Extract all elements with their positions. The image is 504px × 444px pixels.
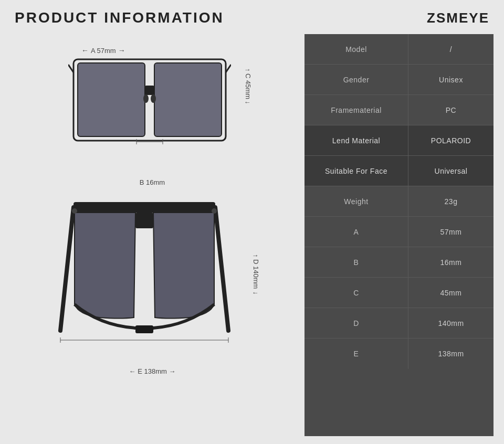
glasses-front-svg bbox=[68, 57, 231, 159]
spec-label-8: C bbox=[304, 278, 408, 308]
dimension-e-label: ← E 138mm → bbox=[129, 367, 176, 375]
header: PRODUCT INFORMATION ZSMEYE bbox=[0, 0, 504, 31]
spec-value-7: 16mm bbox=[408, 247, 494, 277]
glasses-front-diagram: ← A 57mm → bbox=[52, 42, 252, 189]
svg-point-15 bbox=[212, 208, 217, 214]
spec-label-6: A bbox=[304, 217, 408, 247]
a-value: A 57mm bbox=[91, 47, 116, 55]
spec-value-0: / bbox=[408, 34, 494, 64]
spec-value-4: Universal bbox=[408, 156, 494, 186]
svg-rect-12 bbox=[135, 213, 153, 228]
spec-label-7: B bbox=[304, 247, 408, 277]
spec-row-0: Model/ bbox=[304, 34, 494, 65]
spec-value-3: POLAROID bbox=[408, 125, 494, 155]
spec-value-9: 140mm bbox=[408, 308, 494, 338]
spec-label-5: Weight bbox=[304, 186, 408, 216]
spec-label-9: D bbox=[304, 308, 408, 338]
dimension-a-label: ← A 57mm → bbox=[81, 46, 125, 55]
dimension-b-label: B 16mm bbox=[140, 178, 165, 186]
spec-row-4: Suitable For FaceUniversal bbox=[304, 156, 494, 186]
d-value: D 140mm bbox=[252, 259, 260, 289]
glasses-top-svg bbox=[58, 199, 231, 346]
brand-name: ZSMEYE bbox=[427, 10, 489, 26]
svg-rect-13 bbox=[135, 325, 153, 333]
svg-point-5 bbox=[151, 94, 156, 103]
spec-label-1: Gender bbox=[304, 65, 408, 94]
spec-row-3: Lend MaterialPOLAROID bbox=[304, 125, 494, 156]
svg-rect-11 bbox=[74, 202, 215, 213]
diagram-area: ← A 57mm → bbox=[10, 31, 294, 436]
page-title: PRODUCT INFORMATION bbox=[15, 9, 224, 26]
e-value: E 138mm bbox=[138, 367, 167, 375]
spec-row-6: A57mm bbox=[304, 217, 494, 247]
spec-value-1: Unisex bbox=[408, 65, 494, 94]
page: PRODUCT INFORMATION ZSMEYE ← A 57mm → bbox=[0, 0, 504, 444]
info-table: Model/GenderUnisexFramematerialPCLend Ma… bbox=[304, 34, 494, 436]
svg-point-4 bbox=[143, 94, 149, 103]
svg-rect-1 bbox=[78, 63, 145, 136]
svg-point-14 bbox=[72, 208, 77, 214]
svg-rect-2 bbox=[154, 63, 222, 136]
glasses-top-diagram: ↑ D 140mm ↓ ← E 138mm → bbox=[47, 197, 257, 375]
spec-row-1: GenderUnisex bbox=[304, 65, 494, 95]
spec-value-2: PC bbox=[408, 95, 494, 125]
spec-value-8: 45mm bbox=[408, 278, 494, 308]
spec-row-8: C45mm bbox=[304, 278, 494, 308]
spec-row-10: E138mm bbox=[304, 339, 494, 369]
spec-row-5: Weight23g bbox=[304, 186, 494, 217]
spec-value-6: 57mm bbox=[408, 217, 494, 247]
spec-label-3: Lend Material bbox=[304, 125, 408, 155]
spec-label-0: Model bbox=[304, 34, 408, 64]
main-content: ← A 57mm → bbox=[0, 31, 504, 441]
dimension-c-label: ↑ C 45mm ↓ bbox=[244, 68, 252, 136]
spec-label-2: Framematerial bbox=[304, 95, 408, 125]
spec-row-7: B16mm bbox=[304, 247, 494, 278]
dimension-d-label: ↑ D 140mm ↓ bbox=[252, 205, 260, 344]
spec-value-5: 23g bbox=[408, 186, 494, 216]
spec-row-2: FramematerialPC bbox=[304, 95, 494, 125]
b-value: B 16mm bbox=[140, 178, 165, 186]
svg-rect-3 bbox=[145, 86, 154, 95]
c-value: C 45mm bbox=[244, 73, 252, 99]
spec-label-4: Suitable For Face bbox=[304, 156, 408, 186]
spec-row-9: D140mm bbox=[304, 308, 494, 339]
spec-value-10: 138mm bbox=[408, 339, 494, 369]
spec-label-10: E bbox=[304, 339, 408, 369]
